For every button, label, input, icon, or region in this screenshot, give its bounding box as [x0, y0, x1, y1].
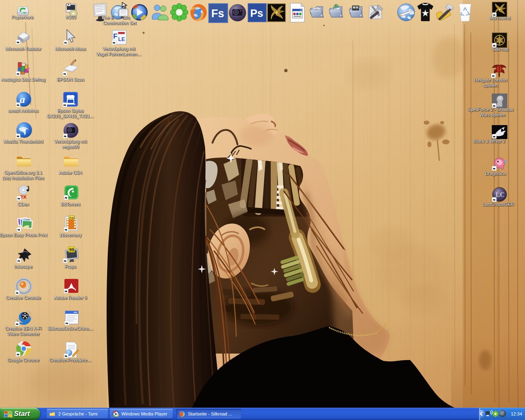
svg-text:Ps: Ps — [250, 7, 263, 19]
svg-text:F4V: F4V — [70, 217, 75, 219]
svg-text:a: a — [20, 94, 25, 105]
svg-text:F: F — [113, 32, 117, 40]
svg-text:LC: LC — [495, 191, 504, 198]
svg-text:LE: LE — [118, 36, 125, 42]
svg-text:Fs: Fs — [211, 7, 224, 20]
svg-text:99: 99 — [69, 247, 74, 252]
